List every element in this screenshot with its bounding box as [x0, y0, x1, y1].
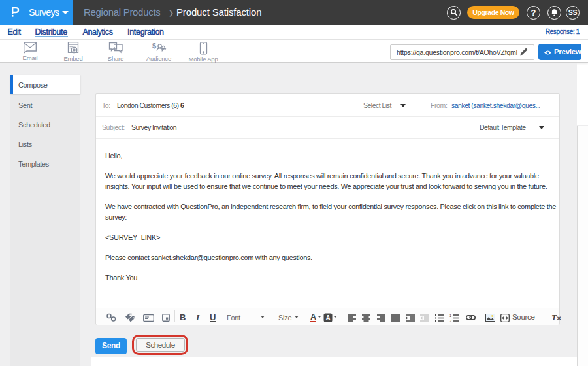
svg-text:1: 1	[449, 314, 451, 318]
svg-text:A: A	[325, 314, 330, 322]
svg-text:$: $	[152, 42, 156, 50]
svg-text:2: 2	[449, 318, 451, 322]
